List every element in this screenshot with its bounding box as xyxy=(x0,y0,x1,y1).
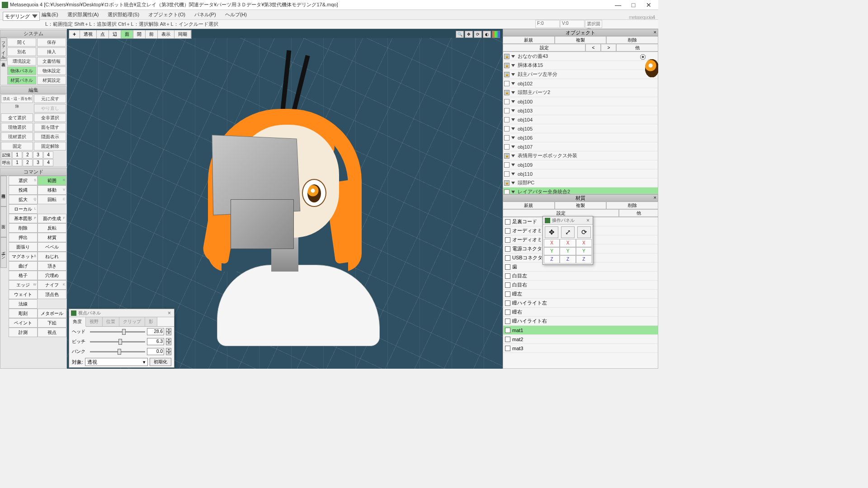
visibility2-icon[interactable] xyxy=(640,54,646,60)
recall-3[interactable]: 3 xyxy=(33,159,43,166)
slider-track[interactable] xyxy=(90,351,145,352)
rotate-tool-icon[interactable]: ⟳ xyxy=(577,226,591,238)
viewport[interactable]: +透視点辺面開前表示同期 🔍 ✥ ⟳ ◐ 視点パネル × xyxy=(67,29,503,369)
command-button[interactable]: ベベル xyxy=(38,242,66,252)
menu-item[interactable]: 選択部属性(A) xyxy=(65,10,102,19)
init-button[interactable]: 初期化 xyxy=(150,358,171,366)
object-row[interactable]: obj110 xyxy=(503,169,658,178)
object-row[interactable]: obj105 xyxy=(503,124,658,133)
close-button[interactable]: ✕ xyxy=(641,0,656,9)
checkbox-icon[interactable] xyxy=(504,171,509,177)
command-button[interactable]: 回転C xyxy=(38,195,66,204)
system-button[interactable]: 物体パネル xyxy=(7,66,36,75)
material-swatch[interactable] xyxy=(505,228,510,234)
system-button[interactable]: 物体設定 xyxy=(37,66,66,75)
object-row[interactable]: obj106 xyxy=(503,133,658,142)
command-tab[interactable]: 描画 xyxy=(0,176,7,206)
undo-button[interactable]: 元に戻す xyxy=(34,94,66,103)
status-fix[interactable]: 選択固定 xyxy=(585,20,602,28)
obj-del-button[interactable]: 削除 xyxy=(606,36,658,44)
command-button[interactable]: 法線 xyxy=(9,299,38,309)
material-swatch[interactable] xyxy=(505,346,510,351)
expand-icon[interactable] xyxy=(511,155,515,157)
command-button[interactable]: エッジW xyxy=(9,280,38,290)
view-panel-header[interactable]: 視点パネル × xyxy=(69,309,174,317)
object-row[interactable]: 🔒おなかの蓋43 xyxy=(503,52,658,61)
lock-icon[interactable]: 🔒 xyxy=(504,63,509,68)
edit-button[interactable]: 面を隠す xyxy=(34,123,66,131)
lock-icon[interactable]: 🔒 xyxy=(504,54,509,59)
menu-item[interactable]: ヘルプ(H) xyxy=(222,10,250,19)
zoom-icon[interactable]: 🔍 xyxy=(456,31,464,38)
color-icon[interactable] xyxy=(492,31,500,38)
material-swatch[interactable] xyxy=(505,246,510,252)
axis-button-z[interactable]: Z xyxy=(544,255,560,263)
edit-button[interactable]: 全て選択 xyxy=(1,113,33,122)
command-button[interactable]: ナイフK xyxy=(38,280,66,290)
slider-track[interactable] xyxy=(90,341,145,343)
target-select[interactable]: 透視▾ xyxy=(85,358,148,366)
system-button[interactable]: 開く xyxy=(7,38,36,47)
viewpanel-tab[interactable]: 視野 xyxy=(86,317,103,326)
checkbox-icon[interactable] xyxy=(504,144,509,150)
menu-item[interactable]: パネル(P) xyxy=(192,10,219,19)
expand-icon[interactable] xyxy=(511,73,515,76)
view-tab[interactable]: 表示 xyxy=(158,30,175,38)
edit-button[interactable]: 隠面表示 xyxy=(34,132,66,141)
object-row[interactable]: obj100 xyxy=(503,97,658,106)
obj-prev-button[interactable]: < xyxy=(585,44,601,52)
object-row[interactable]: 🔒表情用サーボボックス外装 xyxy=(503,151,658,160)
checkbox-icon[interactable] xyxy=(504,126,509,131)
checkbox-icon[interactable] xyxy=(504,162,509,168)
system-tab[interactable]: 表示 xyxy=(0,58,7,61)
system-button[interactable]: 保存 xyxy=(37,38,66,47)
system-button[interactable]: 別名 xyxy=(7,47,36,56)
material-swatch[interactable] xyxy=(505,310,510,315)
expand-icon[interactable] xyxy=(511,145,515,148)
spinner[interactable]: ▴▾ xyxy=(166,338,171,345)
slider-value[interactable]: 28.6 xyxy=(147,328,164,335)
command-button[interactable]: 移動V xyxy=(38,185,66,195)
system-button[interactable]: 文書情報 xyxy=(37,57,66,66)
slider-value[interactable]: 0.0 xyxy=(147,348,164,355)
command-button[interactable]: ローカルL xyxy=(9,204,38,214)
spinner[interactable]: ▴▾ xyxy=(166,348,171,355)
axis-button-y[interactable]: Y xyxy=(560,247,576,255)
material-swatch[interactable] xyxy=(505,291,510,297)
material-swatch[interactable] xyxy=(505,219,510,225)
expand-icon[interactable] xyxy=(511,82,515,85)
viewpanel-tab[interactable]: 角度 xyxy=(69,317,86,327)
axis-button-x[interactable]: X xyxy=(560,239,576,247)
material-row[interactable]: mat2 xyxy=(503,335,658,344)
checkbox-icon[interactable] xyxy=(504,99,509,104)
command-button[interactable]: マグネットB xyxy=(9,252,38,261)
expand-icon[interactable] xyxy=(511,55,515,58)
view-tab[interactable]: 透視 xyxy=(80,30,97,38)
command-button[interactable]: 面張り xyxy=(9,242,38,252)
menu-item[interactable]: オブジェクト(O) xyxy=(146,10,188,19)
expand-icon[interactable] xyxy=(511,109,515,112)
axis-button-y[interactable]: Y xyxy=(576,247,592,255)
minimize-button[interactable]: — xyxy=(610,0,626,9)
object-row[interactable]: 🔒胴体本体15 xyxy=(503,61,658,70)
view-tab[interactable]: 辺 xyxy=(109,30,121,38)
expand-icon[interactable] xyxy=(511,173,515,175)
object-row[interactable]: 🔒頭部PC xyxy=(503,178,658,188)
command-button[interactable]: 選択S xyxy=(9,176,38,185)
command-button[interactable]: 面の生成F xyxy=(38,214,66,223)
menu-item[interactable]: 編集(E) xyxy=(39,10,61,19)
command-button[interactable]: 格子 xyxy=(9,271,38,280)
store-4[interactable]: 4 xyxy=(43,151,53,159)
object-row[interactable]: 🔒頭部主パーツ2 xyxy=(503,88,658,97)
store-2[interactable]: 2 xyxy=(23,151,33,159)
command-button[interactable]: 削除 xyxy=(9,223,38,233)
mat-other-button[interactable]: 他 xyxy=(619,209,658,217)
material-row[interactable]: 瞳ハイライト左 xyxy=(503,299,658,308)
material-swatch[interactable] xyxy=(505,282,510,288)
lock-icon[interactable]: 🔒 xyxy=(504,90,509,95)
view-panel-close[interactable]: × xyxy=(166,310,172,316)
scale-tool-icon[interactable]: ⤢ xyxy=(561,226,575,238)
material-row[interactable]: 瞳右 xyxy=(503,308,658,317)
object-row[interactable]: obj104 xyxy=(503,115,658,124)
material-row[interactable]: 瞳ハイライト右 xyxy=(503,317,658,326)
